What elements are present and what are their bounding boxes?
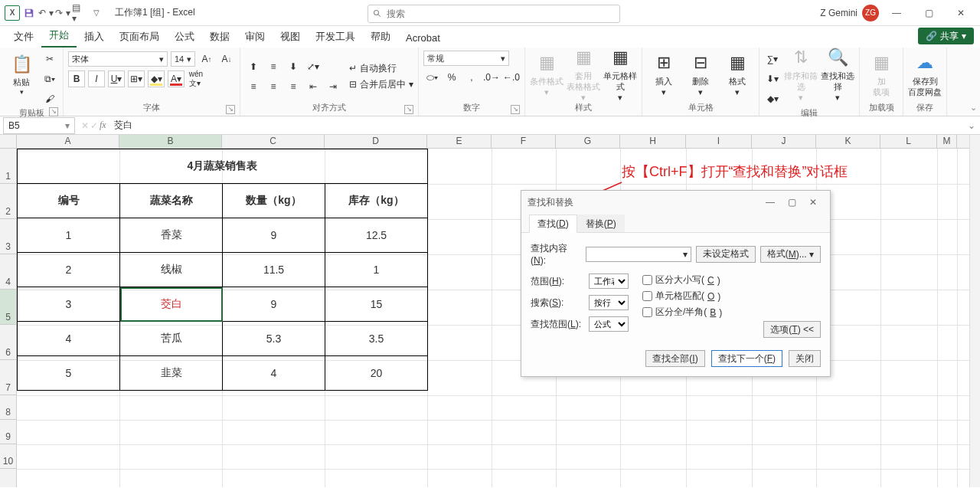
cond-format-button[interactable]: ▦条件格式▾ [530,51,564,100]
merge-button[interactable]: ⊟合并后居中▾ [349,78,413,91]
delete-button[interactable]: ⊟删除▾ [684,51,717,100]
fill-color-button[interactable]: ◆▾ [148,70,165,87]
undo-icon[interactable]: ↶ ▾ [38,5,54,21]
close-dialog-button[interactable]: 关闭 [789,350,821,367]
tab-replace[interactable]: 替换(P) [577,215,625,233]
cb-case[interactable]: 区分大小写(C) [642,273,722,287]
bold-button[interactable]: B [68,70,85,87]
sort-filter-button[interactable]: ⇅排序和筛选▾ [784,51,818,100]
format-painter-icon[interactable]: 🖌 [41,90,58,107]
expand-formula-icon[interactable]: ⌄ [968,120,980,131]
maximize-button[interactable]: ▢ [914,2,943,24]
dialog-launcher[interactable]: ↘ [49,107,58,116]
dialog-maximize-icon[interactable]: ▢ [781,195,802,210]
font-size-select[interactable]: 14▾ [171,51,195,67]
tab-review[interactable]: 审阅 [237,26,273,47]
autosum-icon[interactable]: ∑▾ [764,51,781,67]
italic-button[interactable]: I [88,70,105,87]
user-name[interactable]: Z Gemini [820,8,858,18]
find-select-button[interactable]: 🔍查找和选择▾ [821,51,854,100]
font-color-button[interactable]: A▾ [168,70,185,87]
paste-button[interactable]: 📋粘贴▾ [5,51,38,100]
vertical-scrollbar[interactable] [969,135,980,487]
inc-indent-icon[interactable]: ⇥ [325,78,341,95]
tab-layout[interactable]: 页面布局 [112,26,167,47]
copy-icon[interactable]: ⧉▾ [41,70,58,87]
border-button[interactable]: ⊞▾ [128,70,145,87]
avatar[interactable]: ZG [862,5,879,21]
tab-file[interactable]: 文件 [6,26,41,47]
decrease-font-icon[interactable]: A↓ [218,51,235,67]
column-headers[interactable]: ABCDEFGHIJKLM [0,135,980,149]
cell-style-button[interactable]: ▦单元格样式▾ [603,51,637,100]
tab-formulas[interactable]: 公式 [167,26,202,47]
row-headers[interactable]: 12345678910 [0,149,17,487]
number-format-select[interactable]: 常规▾ [423,51,509,66]
align-top-icon[interactable]: ⬆ [245,58,262,75]
close-button[interactable]: ✕ [946,2,975,24]
align-right-icon[interactable]: ≡ [285,78,302,95]
name-box[interactable]: B5▾ [3,117,75,134]
cut-icon[interactable]: ✂ [41,51,58,67]
align-middle-icon[interactable]: ≡ [265,58,282,75]
minimize-button[interactable]: — [882,2,911,24]
decrease-decimal-icon[interactable]: ←.0 [503,69,520,86]
tab-find[interactable]: 查找(D) [529,215,577,233]
tab-insert[interactable]: 插入 [77,26,112,47]
insert-button[interactable]: ⊞插入▾ [647,51,681,100]
tab-dev[interactable]: 开发工具 [308,26,363,47]
clear-icon[interactable]: ◆▾ [764,90,781,107]
increase-decimal-icon[interactable]: .0→ [483,69,500,86]
fx-icon[interactable]: fx [100,120,106,131]
tab-acrobat[interactable]: Acrobat [398,28,448,47]
fill-icon[interactable]: ⬇▾ [764,70,781,87]
customize-icon[interactable]: ▤ ▾ [72,5,87,21]
share-button[interactable]: 🔗 共享 ▾ [918,28,974,44]
no-format-button[interactable]: 未设定格式 [696,246,756,263]
lookin-select[interactable]: 公式 [589,316,629,332]
tab-home[interactable]: 开始 [41,25,77,47]
tab-view[interactable]: 视图 [273,26,308,47]
cb-width[interactable]: 区分全/半角(B) [642,306,722,319]
orientation-icon[interactable]: ⤢▾ [305,58,322,75]
options-button[interactable]: 选项(T) << [763,321,821,338]
cells[interactable]: 4月蔬菜销售表编号蔬菜名称数量（kg）库存（kg）1香菜912.52线椒11.5… [17,149,980,487]
find-label: 查找内容(N): [531,242,581,266]
search-box[interactable]: 搜索 [368,5,620,23]
enter-icon[interactable]: ✓ [90,120,98,131]
cb-whole[interactable]: 单元格匹配(O) [642,290,722,303]
dialog-close-icon[interactable]: ✕ [802,195,824,210]
underline-button[interactable]: U▾ [108,70,125,87]
group-clipboard: 📋粘贴▾ ✂ ⧉▾ 🖌 剪贴板↘ [0,47,64,116]
formula-input[interactable]: 茭白 [109,119,968,132]
collapse-ribbon-icon[interactable]: ⌄ [970,103,977,113]
find-all-button[interactable]: 查找全部(I) [645,350,704,367]
qat-more-icon[interactable]: ▽ [89,5,104,21]
align-bottom-icon[interactable]: ⬇ [285,58,302,75]
cancel-icon[interactable]: ✕ [81,120,89,131]
tab-help[interactable]: 帮助 [363,26,398,47]
save-icon[interactable] [21,5,37,21]
accounting-icon[interactable]: ⬭▾ [423,69,440,86]
align-center-icon[interactable]: ≡ [265,78,282,95]
dec-indent-icon[interactable]: ⇤ [305,78,322,95]
font-name-select[interactable]: 宋体▾ [68,51,168,67]
search-select[interactable]: 按行 [589,295,629,310]
wrap-text-button[interactable]: ↵自动换行 [349,62,413,75]
find-input[interactable]: ▾ [586,247,691,262]
phonetic-button[interactable]: wén文▾ [188,70,204,87]
scope-select[interactable]: 工作表 [589,273,629,289]
redo-icon[interactable]: ↷ ▾ [55,5,70,21]
format-button[interactable]: ▦格式▾ [720,51,754,100]
comma-icon[interactable]: , [463,69,480,86]
find-next-button[interactable]: 查找下一个(F) [711,350,782,367]
tab-data[interactable]: 数据 [202,26,237,47]
percent-icon[interactable]: % [443,69,460,86]
table-format-button[interactable]: ▦套用 表格格式▾ [567,51,600,100]
align-left-icon[interactable]: ≡ [245,78,262,95]
dialog-minimize-icon[interactable]: — [760,195,781,210]
save-cloud-button[interactable]: ☁保存到 百度网盘 [908,51,942,100]
format-button[interactable]: 格式(M)... ▾ [760,246,821,263]
addins-button[interactable]: ▦加 载项 [864,51,898,100]
increase-font-icon[interactable]: A↑ [198,51,215,67]
